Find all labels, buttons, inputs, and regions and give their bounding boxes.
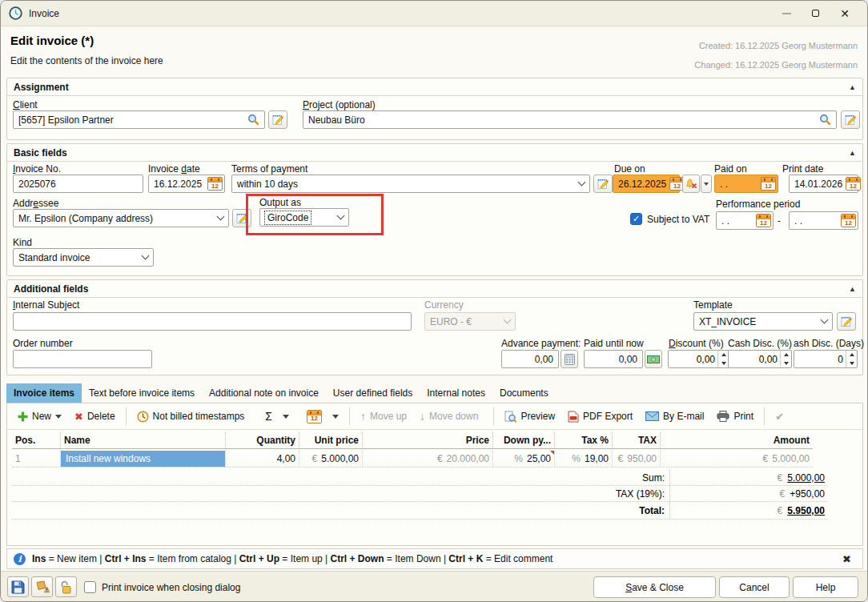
- template-edit-button[interactable]: [837, 312, 856, 331]
- basic-fields-section: Basic fields ▲ Invoice No. 2025076 Invoi…: [6, 143, 863, 276]
- tab-additional-note-on-invoice[interactable]: Additional note on invoice: [202, 383, 326, 403]
- kind-label: Kind: [13, 237, 32, 248]
- calendar-icon[interactable]: 12: [846, 177, 861, 191]
- step-up-icon[interactable]: [846, 351, 857, 359]
- by-email-button[interactable]: By E-mail: [640, 406, 709, 427]
- print-date-input[interactable]: 14.01.2026 12: [789, 175, 858, 193]
- terms-edit-button[interactable]: [593, 175, 613, 193]
- move-down-button[interactable]: ↓ Move down: [414, 406, 484, 427]
- cell-tax[interactable]: €950,00: [612, 451, 660, 467]
- discount-stepper[interactable]: 0,00: [668, 350, 729, 368]
- maximize-button[interactable]: [812, 10, 819, 17]
- total-row: Total: €5.950,00: [12, 502, 828, 520]
- paid-until-now-input[interactable]: 0,00: [584, 350, 643, 368]
- minimize-button[interactable]: [782, 13, 791, 14]
- sum-menu-button[interactable]: Σ: [259, 406, 295, 427]
- project-search-icon[interactable]: [819, 114, 831, 126]
- col-down-payment[interactable]: Down py...: [492, 432, 554, 448]
- cell-name[interactable]: Install new windows: [60, 451, 225, 467]
- due-on-value: 26.12.2025: [618, 179, 666, 190]
- tab-internal-notes[interactable]: Internal notes: [420, 383, 492, 403]
- col-pos[interactable]: Pos.: [12, 432, 60, 448]
- tab-invoice-items[interactable]: Invoice items: [6, 383, 82, 403]
- export-warning-button[interactable]: [31, 576, 53, 597]
- calendar-icon[interactable]: 12: [756, 214, 771, 227]
- advance-payment-input[interactable]: 0,00: [501, 350, 559, 368]
- reminder-bell-icon[interactable]: [682, 175, 700, 193]
- banknote-icon[interactable]: [645, 350, 662, 368]
- client-input[interactable]: [5657] Epsilon Partner: [13, 110, 265, 129]
- print-on-close-checkbox[interactable]: [84, 581, 96, 593]
- cell-unit-price[interactable]: €5.000,00: [299, 451, 362, 467]
- step-up-icon[interactable]: [781, 351, 791, 359]
- step-down-icon[interactable]: [781, 359, 791, 368]
- print-button[interactable]: Print: [711, 406, 759, 427]
- cancel-button[interactable]: Cancel: [719, 576, 790, 598]
- reminder-dropdown-icon[interactable]: [701, 175, 712, 193]
- selected-name-cell[interactable]: Install new windows: [61, 451, 225, 467]
- move-up-button[interactable]: ↑ Move up: [355, 406, 412, 427]
- save-icon-button[interactable]: [7, 576, 29, 597]
- cell-down-payment[interactable]: %25,00: [492, 451, 554, 467]
- cell-tax-pct[interactable]: %19,00: [554, 451, 612, 467]
- paid-on-input[interactable]: . . 12: [714, 175, 778, 193]
- calendar-icon[interactable]: 12: [761, 177, 776, 191]
- step-down-icon[interactable]: [846, 359, 857, 368]
- status-close-icon[interactable]: ✖: [842, 553, 856, 565]
- close-button[interactable]: ✕: [840, 8, 850, 19]
- calendar-menu-button[interactable]: 12: [301, 406, 344, 427]
- invoice-date-input[interactable]: 16.12.2025 12: [148, 175, 225, 193]
- performance-from-input[interactable]: . . 12: [716, 211, 774, 230]
- template-label: Template: [693, 299, 733, 311]
- collapse-icon[interactable]: ▲: [849, 149, 856, 157]
- pdf-export-button[interactable]: PDF Export: [562, 406, 638, 427]
- invoice-no-input[interactable]: 2025076: [13, 175, 143, 193]
- subject-to-vat-checkbox[interactable]: ✓: [630, 213, 642, 225]
- col-amount[interactable]: Amount: [660, 432, 813, 448]
- performance-to-input[interactable]: . . 12: [789, 211, 858, 230]
- output-as-select[interactable]: GiroCode: [259, 208, 349, 227]
- new-item-button[interactable]: New: [12, 406, 67, 427]
- save-close-button[interactable]: Save & Close: [593, 576, 716, 598]
- client-search-icon[interactable]: [247, 114, 259, 126]
- cell-amount[interactable]: €5.000,00: [660, 451, 813, 467]
- not-billed-timestamps-button[interactable]: Not billed timestamps: [131, 406, 251, 427]
- col-quantity[interactable]: Quantity: [225, 432, 299, 448]
- cash-disc-pct-stepper[interactable]: 0,00: [728, 350, 792, 368]
- project-edit-button[interactable]: [841, 110, 860, 129]
- col-tax-pct[interactable]: Tax %: [554, 432, 612, 448]
- kind-select[interactable]: Standard invoice: [13, 248, 154, 267]
- table-row[interactable]: 1 Install new windows 4,00 €5.000,00 €20…: [12, 451, 813, 468]
- collapse-icon[interactable]: ▲: [849, 285, 856, 293]
- delete-item-button[interactable]: ✖ Delete: [69, 406, 121, 427]
- internal-subject-input[interactable]: [13, 312, 412, 331]
- cell-pos[interactable]: 1: [12, 451, 60, 467]
- calendar-icon[interactable]: 12: [841, 214, 856, 227]
- tab-text-before-invoice-items[interactable]: Text before invoice items: [82, 383, 202, 403]
- order-number-input[interactable]: [13, 350, 152, 368]
- tab-documents[interactable]: Documents: [492, 383, 556, 403]
- addressee-select[interactable]: Mr. Epsilon (Company address): [13, 209, 229, 227]
- info-icon: i: [14, 553, 26, 565]
- cash-disc-days-stepper[interactable]: 0: [794, 350, 858, 368]
- due-on-input[interactable]: 26.12.2025 12: [613, 175, 680, 193]
- template-select[interactable]: XT_INVOICE: [693, 312, 833, 331]
- lock-button[interactable]: [55, 576, 77, 597]
- preview-button[interactable]: Preview: [499, 406, 561, 427]
- client-edit-button[interactable]: [268, 110, 287, 129]
- col-unit-price[interactable]: Unit price: [299, 432, 362, 448]
- addressee-edit-button[interactable]: [232, 209, 251, 227]
- col-name[interactable]: Name: [60, 432, 225, 448]
- help-button[interactable]: Help: [793, 576, 858, 598]
- tab-user-defined-fields[interactable]: User defined fields: [326, 383, 420, 403]
- calendar-icon[interactable]: 12: [207, 177, 223, 191]
- project-input[interactable]: Neubau Büro: [303, 110, 837, 129]
- cell-quantity[interactable]: 4,00: [225, 451, 299, 467]
- col-tax[interactable]: TAX: [612, 432, 660, 448]
- options-button[interactable]: ✔✔ Options: [770, 406, 868, 427]
- cell-price[interactable]: €20.000,00: [362, 451, 492, 467]
- calculator-icon[interactable]: [561, 350, 578, 368]
- collapse-icon[interactable]: ▲: [849, 83, 856, 91]
- terms-select[interactable]: within 10 days: [231, 175, 590, 193]
- col-price[interactable]: Price: [362, 432, 492, 448]
